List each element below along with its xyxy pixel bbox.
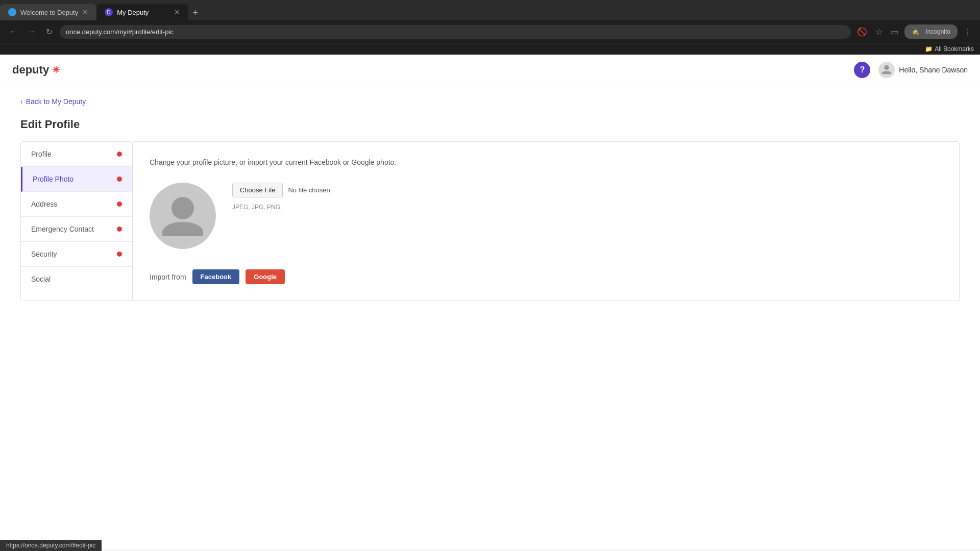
sidebar-security-label: Security xyxy=(31,250,57,258)
chevron-left-icon: ‹ xyxy=(20,97,23,106)
file-input-row: Choose File No file chosen xyxy=(232,183,330,197)
bookmarks-bar: 📁 All Bookmarks xyxy=(0,43,980,55)
sidebar-item-emergency-contact[interactable]: Emergency Contact xyxy=(21,217,132,242)
back-button[interactable]: ← xyxy=(6,25,20,38)
eye-slash-icon[interactable]: 🚫 xyxy=(855,25,869,39)
sidebar-item-profile[interactable]: Profile xyxy=(21,142,132,167)
content-layout: Profile Profile Photo Address Emergency … xyxy=(20,141,960,301)
sidebar-item-social[interactable]: Social xyxy=(21,267,132,291)
sidebar-emergency-label: Emergency Contact xyxy=(31,225,94,233)
profile-description: Change your profile picture, or import y… xyxy=(150,158,943,166)
no-file-text: No file chosen xyxy=(288,186,330,194)
import-section: Import from Facebook Google xyxy=(150,269,943,284)
sidebar-address-dot xyxy=(117,202,122,207)
incognito-badge[interactable]: 🕵 Incognito xyxy=(904,24,958,39)
browser-tab-2[interactable]: D My Deputy ✕ xyxy=(96,4,188,20)
profile-photo-panel: Change your profile picture, or import y… xyxy=(133,141,960,301)
svg-point-0 xyxy=(885,65,889,69)
menu-icon[interactable]: ⋮ xyxy=(962,25,974,39)
sidebar-profile-dot xyxy=(117,152,122,157)
profile-icon[interactable]: ▭ xyxy=(889,25,900,39)
sidebar-nav: Profile Profile Photo Address Emergency … xyxy=(20,141,133,301)
sidebar-item-profile-photo[interactable]: Profile Photo xyxy=(21,167,132,192)
facebook-import-button[interactable]: Facebook xyxy=(192,269,240,284)
sidebar-profile-photo-label: Profile Photo xyxy=(33,175,74,183)
tab-title-2: My Deputy xyxy=(117,9,149,16)
avatar xyxy=(878,62,895,78)
header-right: ? Hello, Shane Dawson xyxy=(854,62,968,78)
sidebar-security-dot xyxy=(117,252,122,257)
sidebar-item-security[interactable]: Security xyxy=(21,242,132,267)
avatar-placeholder xyxy=(150,183,216,249)
sidebar-profile-label: Profile xyxy=(31,150,52,158)
import-label: Import from xyxy=(150,273,186,281)
browser-toolbar: ← → ↻ 🚫 ☆ ▭ 🕵 Incognito ⋮ xyxy=(0,20,980,43)
sidebar-item-address[interactable]: Address xyxy=(21,192,132,217)
file-formats: JPEG, JPG, PNG. xyxy=(232,204,330,211)
tab-title-1: Welcome to Deputy xyxy=(20,9,78,16)
user-info[interactable]: Hello, Shane Dawson xyxy=(878,62,968,78)
sidebar-emergency-dot xyxy=(117,227,122,232)
svg-point-1 xyxy=(172,197,194,219)
logo-asterisk: ✳ xyxy=(52,64,60,76)
browser-tab-1[interactable]: 🌐 Welcome to Deputy ✕ xyxy=(0,4,96,20)
photo-section: Choose File No file chosen JPEG, JPG, PN… xyxy=(150,183,943,249)
incognito-label: Incognito xyxy=(923,26,952,37)
page-title: Edit Profile xyxy=(20,118,960,131)
back-link-label: Back to My Deputy xyxy=(26,97,86,106)
user-greeting: Hello, Shane Dawson xyxy=(899,66,968,74)
status-bar: https://once.deputy.com/#edit-pic xyxy=(0,540,102,549)
browser-chrome: 🌐 Welcome to Deputy ✕ D My Deputy ✕ + ← … xyxy=(0,0,980,55)
refresh-button[interactable]: ↻ xyxy=(43,25,56,39)
help-button[interactable]: ? xyxy=(854,62,870,78)
tab-bar: 🌐 Welcome to Deputy ✕ D My Deputy ✕ + xyxy=(0,0,980,20)
back-to-deputy-link[interactable]: ‹ Back to My Deputy xyxy=(20,97,960,106)
logo-text: deputy xyxy=(12,63,49,77)
address-bar[interactable] xyxy=(60,25,851,39)
tab-favicon-1: 🌐 xyxy=(8,8,16,16)
toolbar-actions: 🚫 ☆ ▭ 🕵 Incognito ⋮ xyxy=(855,24,974,39)
app-container: deputy ✳ ? Hello, Shane Dawson ‹ Back to… xyxy=(0,55,980,549)
google-import-button[interactable]: Google xyxy=(246,269,285,284)
star-icon[interactable]: ☆ xyxy=(873,25,885,39)
main-content: ‹ Back to My Deputy Edit Profile Profile… xyxy=(0,85,980,313)
file-upload-area: Choose File No file chosen JPEG, JPG, PN… xyxy=(232,183,330,211)
new-tab-button[interactable]: + xyxy=(188,6,202,20)
bookmarks-folder-icon: 📁 xyxy=(925,45,933,53)
forward-button[interactable]: → xyxy=(24,25,39,38)
tab-close-2[interactable]: ✕ xyxy=(174,8,180,16)
sidebar-social-label: Social xyxy=(31,275,51,283)
choose-file-button[interactable]: Choose File xyxy=(232,183,283,197)
tab-favicon-2: D xyxy=(105,8,113,16)
tab-close-1[interactable]: ✕ xyxy=(82,8,88,16)
incognito-icon: 🕵 xyxy=(910,26,921,37)
status-url: https://once.deputy.com/#edit-pic xyxy=(6,542,95,549)
sidebar-profile-photo-dot xyxy=(117,177,122,182)
bookmarks-item[interactable]: 📁 All Bookmarks xyxy=(925,45,974,53)
app-header: deputy ✳ ? Hello, Shane Dawson xyxy=(0,55,980,85)
sidebar-address-label: Address xyxy=(31,200,57,208)
bookmarks-label: All Bookmarks xyxy=(935,45,974,53)
deputy-logo: deputy ✳ xyxy=(12,63,60,77)
